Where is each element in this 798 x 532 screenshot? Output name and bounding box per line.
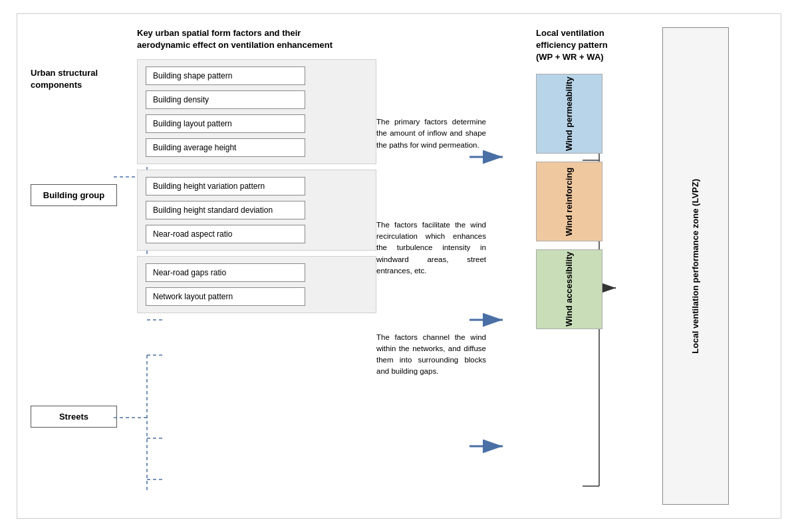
factor-group-3: Near-road gaps ratio Network layout patt… [137, 256, 376, 313]
desc-block-1: The primary factors determine the amount… [376, 84, 536, 184]
col-desc: The primary factors determine the amount… [376, 27, 536, 505]
wind-permeability-label: Wind permeability [563, 76, 575, 151]
building-group-label: Building group [43, 190, 104, 200]
col-wind: Local ventilation efficiency pattern (WP… [536, 27, 622, 505]
factor-building-shape: Building shape pattern [146, 66, 305, 85]
col-components: Urban structural components Building gro… [31, 27, 137, 505]
factor-building-avg-height: Building average height [146, 138, 305, 157]
diagram-container: Urban structural components Building gro… [17, 13, 781, 519]
factor-group-1: Building shape pattern Building density … [137, 59, 376, 164]
desc-block-2: The factors facilitate the wind recircul… [376, 198, 536, 298]
wind-accessibility-box: Wind accessibility [536, 249, 602, 329]
factor-height-stddev: Building height standard deviation [146, 201, 305, 219]
desc-text-1: The primary factors determine the amount… [376, 116, 486, 151]
factor-building-density: Building density [146, 90, 305, 109]
wind-reinforcing-label: Wind reinforcing [563, 167, 575, 235]
wind-reinforcing-box: Wind reinforcing [536, 162, 602, 241]
wind-accessibility-label: Wind accessibility [563, 251, 575, 327]
streets-label: Streets [59, 412, 88, 422]
desc-block-3: The factors channel the wind within the … [376, 311, 536, 398]
col-factors: Key urban spatial form factors and their… [137, 27, 376, 505]
wind-permeability-box: Wind permeability [536, 74, 602, 154]
factor-near-road-aspect: Near-road aspect ratio [146, 225, 305, 243]
col-wind-header: Local ventilation efficiency pattern (WP… [536, 27, 616, 64]
component-items: Building group Streets [31, 104, 137, 505]
factor-group-2: Building height variation pattern Buildi… [137, 170, 376, 251]
bracket-spacer [622, 27, 662, 505]
streets-box: Streets [31, 406, 117, 428]
building-group-box: Building group [31, 184, 117, 206]
factor-network-layout: Network layout pattern [146, 287, 305, 306]
lvpz-label: Local ventilation performance zone (LVPZ… [690, 179, 702, 354]
col2-header: Key urban spatial form factors and their… [137, 27, 350, 51]
wind-boxes: Wind permeability Wind reinforcing Wind … [536, 74, 622, 329]
factor-height-variation: Building height variation pattern [146, 177, 305, 196]
desc-text-2: The factors facilitate the wind recircul… [376, 219, 486, 277]
factor-building-layout: Building layout pattern [146, 114, 305, 133]
factor-near-road-gaps: Near-road gaps ratio [146, 263, 305, 282]
col1-header: Urban structural components [31, 67, 110, 91]
col-final: Local ventilation performance zone (LVPZ… [662, 27, 729, 505]
desc-text-3: The factors channel the wind within the … [376, 332, 486, 378]
